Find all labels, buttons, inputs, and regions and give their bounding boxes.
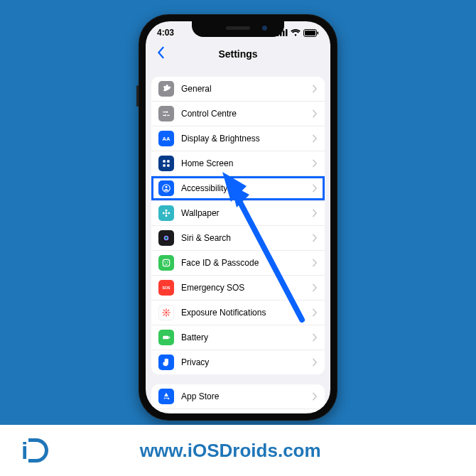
svg-point-24 bbox=[167, 261, 168, 263]
svg-line-32 bbox=[168, 310, 169, 311]
svg-rect-3 bbox=[286, 29, 288, 36]
svg-point-15 bbox=[166, 210, 168, 212]
appstore-icon bbox=[158, 389, 174, 404]
row-label: Control Centre bbox=[181, 109, 312, 119]
chevron-right-icon bbox=[312, 308, 318, 317]
footer: i www.iOSDroids.com bbox=[0, 425, 476, 476]
svg-rect-22 bbox=[163, 259, 169, 266]
chevron-right-icon bbox=[312, 358, 318, 367]
battery-icon bbox=[303, 29, 319, 37]
sliders-icon bbox=[158, 106, 174, 121]
settings-row-control-centre[interactable]: Control Centre bbox=[151, 102, 325, 126]
chevron-right-icon bbox=[312, 333, 318, 342]
svg-point-14 bbox=[166, 212, 168, 215]
burst-icon bbox=[158, 305, 174, 320]
row-label: Siri & Search bbox=[181, 233, 312, 243]
siri-icon bbox=[158, 230, 174, 246]
grid-icon bbox=[158, 156, 174, 171]
svg-point-19 bbox=[163, 234, 171, 242]
chevron-right-icon bbox=[312, 184, 318, 193]
flower-icon bbox=[158, 205, 174, 221]
chevron-right-icon bbox=[312, 234, 318, 242]
svg-rect-35 bbox=[163, 336, 168, 340]
svg-rect-2 bbox=[283, 31, 285, 36]
notch bbox=[192, 21, 284, 37]
chevron-right-icon bbox=[312, 134, 318, 143]
settings-row-display-brightness[interactable]: AADisplay & Brightness bbox=[151, 126, 325, 151]
svg-line-31 bbox=[168, 314, 169, 315]
settings-row-siri-search[interactable]: Siri & Search bbox=[151, 226, 325, 251]
gear-icon bbox=[158, 81, 174, 97]
page-title: Settings bbox=[218, 48, 257, 60]
svg-line-30 bbox=[163, 310, 165, 311]
svg-point-34 bbox=[166, 312, 168, 314]
settings-row-app-store[interactable]: App Store bbox=[151, 384, 325, 409]
chevron-right-icon bbox=[312, 392, 318, 401]
svg-rect-6 bbox=[318, 31, 319, 34]
row-label: Privacy bbox=[181, 357, 312, 367]
wifi-icon bbox=[291, 29, 301, 36]
row-label: General bbox=[181, 84, 312, 94]
svg-text:SOS: SOS bbox=[162, 286, 171, 290]
row-label: Exposure Notifications bbox=[181, 308, 312, 318]
row-label: Display & Brightness bbox=[181, 134, 312, 144]
settings-list[interactable]: GeneralControl CentreAADisplay & Brightn… bbox=[146, 67, 330, 412]
status-right bbox=[277, 29, 319, 37]
settings-row-face-id-passcode[interactable]: Face ID & Passcode bbox=[151, 251, 325, 276]
settings-row-wallet[interactable]: Wallet bbox=[151, 409, 325, 412]
svg-text:AA: AA bbox=[163, 136, 171, 142]
row-label: Wallpaper bbox=[181, 208, 312, 218]
settings-row-privacy[interactable]: Privacy bbox=[151, 350, 325, 374]
row-label: Home Screen bbox=[181, 158, 312, 168]
settings-row-general[interactable]: General bbox=[151, 77, 325, 102]
settings-group: App StoreWallet bbox=[151, 384, 325, 412]
stage: 4:03 Settings bbox=[0, 0, 476, 425]
settings-row-accessibility[interactable]: Accessibility bbox=[151, 176, 325, 201]
svg-rect-11 bbox=[167, 164, 170, 167]
nav-bar: Settings bbox=[146, 44, 330, 67]
svg-point-18 bbox=[168, 212, 170, 215]
screen: 4:03 Settings bbox=[146, 21, 330, 413]
settings-row-emergency-sos[interactable]: SOSEmergency SOS bbox=[151, 276, 325, 301]
chevron-right-icon bbox=[312, 209, 318, 217]
settings-row-exposure-notifications[interactable]: Exposure Notifications bbox=[151, 301, 325, 325]
row-label: Accessibility bbox=[181, 183, 312, 193]
svg-point-23 bbox=[164, 261, 166, 263]
row-label: Face ID & Passcode bbox=[181, 258, 312, 268]
iphone-frame: 4:03 Settings bbox=[139, 14, 337, 421]
settings-row-battery[interactable]: Battery bbox=[151, 325, 325, 350]
back-button[interactable] bbox=[153, 46, 168, 62]
row-label: Battery bbox=[181, 332, 312, 342]
aa-icon: AA bbox=[158, 131, 174, 146]
person-circle-icon bbox=[158, 180, 174, 196]
svg-point-16 bbox=[166, 215, 168, 217]
svg-rect-36 bbox=[169, 337, 170, 338]
status-time: 4:03 bbox=[157, 28, 174, 38]
chevron-right-icon bbox=[312, 259, 318, 267]
chevron-right-icon bbox=[312, 109, 318, 118]
settings-row-wallpaper[interactable]: Wallpaper bbox=[151, 201, 325, 226]
settings-group: GeneralControl CentreAADisplay & Brightn… bbox=[151, 77, 325, 374]
settings-row-home-screen[interactable]: Home Screen bbox=[151, 151, 325, 176]
chevron-right-icon bbox=[312, 159, 318, 168]
chevron-right-icon bbox=[312, 85, 318, 93]
face-icon bbox=[158, 255, 174, 271]
svg-rect-10 bbox=[163, 164, 166, 167]
svg-point-17 bbox=[163, 212, 165, 215]
chevron-right-icon bbox=[312, 283, 318, 292]
sos-icon: SOS bbox=[158, 280, 174, 296]
svg-rect-5 bbox=[305, 31, 315, 36]
site-url: www.iOSDroids.com bbox=[6, 440, 455, 462]
svg-rect-8 bbox=[163, 160, 166, 163]
svg-point-12 bbox=[163, 185, 171, 193]
row-label: App Store bbox=[181, 391, 312, 401]
svg-rect-9 bbox=[167, 160, 170, 163]
svg-line-33 bbox=[163, 314, 165, 315]
hand-icon bbox=[158, 355, 174, 370]
battery-icon bbox=[158, 330, 174, 345]
svg-point-13 bbox=[166, 186, 168, 188]
row-label: Emergency SOS bbox=[181, 283, 312, 293]
